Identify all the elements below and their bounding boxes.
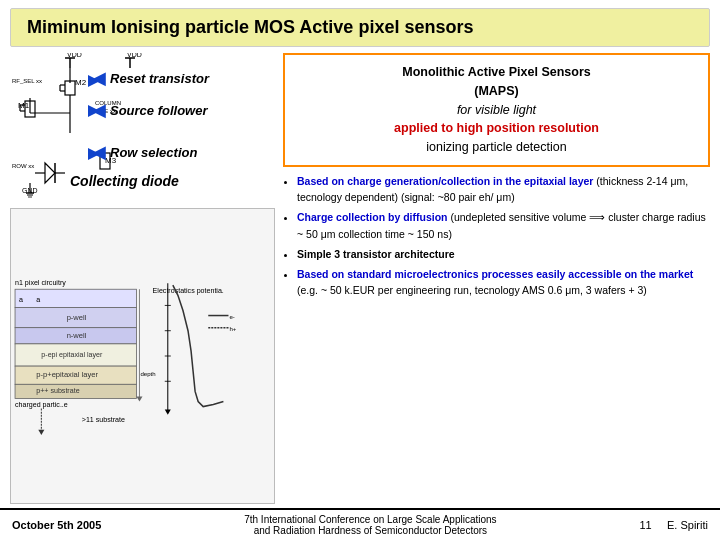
bullet-1: Based on charge generation/collection in… [297,173,710,206]
svg-text:p-epi epitaxial layer: p-epi epitaxial layer [41,351,103,359]
footer-conf-line1: 7th International Conference on Large Sc… [244,514,496,525]
svg-text:>11 substrate: >11 substrate [82,416,125,424]
footer: October 5th 2005 7th International Confe… [0,508,720,540]
svg-text:VDD: VDD [127,53,142,58]
maps-box: Monolithic Active Pixel Sensors (MAPS) f… [283,53,710,167]
reset-transistor-label: Reset transistor [110,71,209,86]
bullet-4-bold: Based on standard microelectronics proce… [297,268,693,280]
svg-text:p-p+epitaxial layer: p-p+epitaxial layer [36,370,98,379]
pixel-diagram-svg: n1 pixel circuitry Electrostatics potent… [11,209,274,503]
svg-marker-59 [136,396,142,401]
svg-text:p++ substrate: p++ substrate [36,387,79,395]
bullet-1-bold: Based on charge generation/collection in… [297,175,593,187]
bullet-2-bold: Charge collection by diffusion [297,211,448,223]
footer-conference: 7th International Conference on Large Sc… [244,514,496,536]
collecting-diode-label: Collecting diode [70,173,179,189]
maps-line1: for visible light [295,101,698,120]
svg-text:h+: h+ [229,326,236,332]
svg-text:a: a [19,296,23,304]
main-content: VDD VDD RF_SEL xx M1 M2 [0,53,720,504]
bullet-2: Charge collection by diffusion (undeplet… [297,209,710,242]
reset-label-row: ◀ Reset transistor [92,69,209,87]
slide: Miminum Ionising particle MOS Active pix… [0,0,720,540]
svg-text:Electrostatics potentia.: Electrostatics potentia. [153,287,224,295]
maps-title2: (MAPS) [295,82,698,101]
bullet-3-bold: Simple 3 transistor architecture [297,248,455,260]
row-selection-label: Row selection [110,145,197,160]
schematic-top: VDD VDD RF_SEL xx M1 M2 [10,53,275,208]
svg-text:ROW xx: ROW xx [12,163,34,169]
svg-text:p-well: p-well [67,313,87,322]
svg-text:RF_SEL xx: RF_SEL xx [12,78,42,84]
svg-marker-62 [165,410,171,415]
footer-date: October 5th 2005 [12,519,101,531]
svg-marker-56 [38,430,44,435]
slide-title: Miminum Ionising particle MOS Active pix… [10,8,710,47]
footer-conf-line2: and Radiation Hardness of Semiconductor … [244,525,496,536]
svg-text:n-well: n-well [67,331,87,340]
svg-text:charged partic..e: charged partic..e [15,401,68,409]
bullet-4-normal: (e.g. ~ 50 k.EUR per engineering run, te… [297,284,647,296]
svg-text:n1 pixel circuitry: n1 pixel circuitry [15,279,66,287]
bullet-3: Simple 3 transistor architecture [297,246,710,262]
bullet-4: Based on standard microelectronics proce… [297,266,710,299]
maps-line2: applied to high position resolution [295,119,698,138]
left-panel: VDD VDD RF_SEL xx M1 M2 [10,53,275,504]
source-arrow-icon: ◀ [92,101,106,119]
footer-page-author: 11 E. Spiriti [639,519,708,531]
svg-marker-32 [45,163,55,183]
maps-title: Monolithic Active Pixel Sensors [295,63,698,82]
svg-text:a: a [36,296,40,304]
footer-author: E. Spiriti [667,519,708,531]
right-panel: Monolithic Active Pixel Sensors (MAPS) f… [283,53,710,504]
reset-arrow-icon: ◀ [92,69,106,87]
svg-text:depth: depth [140,371,155,377]
row-label-row: ◀ Row selection [92,143,197,161]
svg-rect-41 [15,289,136,307]
bullet-list: Based on charge generation/collection in… [283,173,710,299]
pixel-diagram-area: n1 pixel circuitry Electrostatics potent… [10,208,275,504]
source-follower-label: Source follower [110,103,208,118]
svg-text:M2: M2 [75,78,87,87]
bullet-points-section: Based on charge generation/collection in… [283,173,710,504]
collecting-label-row: Collecting diode [70,173,179,189]
row-arrow-icon: ◀ [92,143,106,161]
svg-text:e-: e- [229,314,234,320]
svg-text:VDD: VDD [67,53,82,58]
svg-rect-10 [65,81,75,95]
maps-line3: ionizing particle detection [295,138,698,157]
footer-page: 11 [639,519,651,531]
source-label-row: ◀ Source follower [92,101,208,119]
